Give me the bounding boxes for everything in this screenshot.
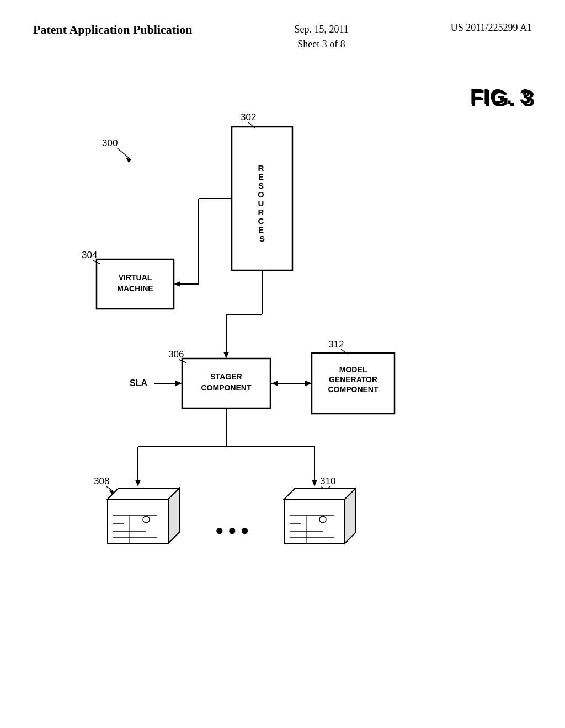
stager-label-1: STAGER bbox=[210, 372, 242, 381]
ref-310-label: 310 bbox=[320, 476, 335, 486]
ref-306-label: 306 bbox=[168, 349, 184, 360]
server-icon-308 bbox=[108, 488, 179, 543]
publication-number: US 2011/225299 A1 bbox=[451, 22, 532, 34]
fig-3-label: FIG. 3 bbox=[470, 85, 535, 112]
svg-marker-30 bbox=[108, 488, 179, 499]
svg-rect-29 bbox=[108, 499, 168, 543]
virtual-machine-label-1: VIRTUAL bbox=[119, 273, 152, 282]
sla-label: SLA bbox=[130, 378, 147, 388]
svg-line-1 bbox=[118, 148, 131, 160]
publication-date-sheet: Sep. 15, 2011 Sheet 3 of 8 bbox=[294, 22, 348, 52]
stager-label-2: COMPONENT bbox=[201, 383, 252, 392]
ref-308-label: 308 bbox=[94, 476, 109, 486]
svg-marker-13 bbox=[174, 281, 180, 287]
sheet-info: Sheet 3 of 8 bbox=[297, 39, 345, 50]
fig-label-text: FIG. 3 bbox=[470, 85, 535, 111]
ellipsis-dots: ● ● ● bbox=[215, 522, 249, 538]
svg-marker-17 bbox=[271, 381, 278, 386]
svg-marker-22 bbox=[135, 480, 141, 486]
ref-304-label: 304 bbox=[82, 250, 97, 260]
page-header: Patent Application Publication Sep. 15, … bbox=[0, 22, 565, 52]
svg-marker-18 bbox=[305, 381, 312, 386]
resources-label: R E S O U R C E S bbox=[258, 163, 266, 243]
publication-date: Sep. 15, 2011 bbox=[294, 24, 348, 35]
ref-300-label: 300 bbox=[102, 138, 118, 148]
diagram-svg: R E S O U R C E S 302 300 VIRTUAL MACHIN… bbox=[0, 72, 565, 728]
svg-marker-15 bbox=[175, 381, 182, 386]
svg-marker-24 bbox=[312, 480, 317, 486]
virtual-machine-label-2: MACHINE bbox=[117, 284, 153, 293]
server-icon-310 bbox=[284, 488, 356, 543]
svg-marker-39 bbox=[284, 488, 356, 499]
publication-title: Patent Application Publication bbox=[33, 22, 192, 38]
model-generator-label-1: MODEL bbox=[339, 365, 367, 374]
svg-rect-38 bbox=[284, 499, 345, 543]
ref-302-label: 302 bbox=[241, 112, 256, 122]
model-generator-label-3: COMPONENT bbox=[328, 385, 379, 394]
ref-312-label: 312 bbox=[328, 339, 344, 350]
model-generator-label-2: GENERATOR bbox=[329, 375, 377, 384]
svg-marker-9 bbox=[223, 352, 229, 358]
